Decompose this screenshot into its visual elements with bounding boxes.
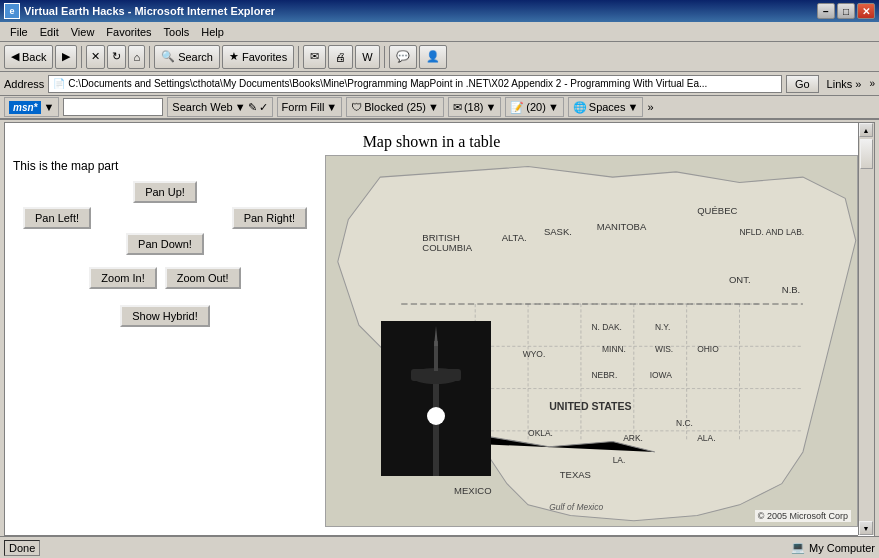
search-button[interactable]: 🔍 Search xyxy=(154,45,220,69)
pan-down-button[interactable]: Pan Down! xyxy=(126,233,204,255)
svg-text:ARK.: ARK. xyxy=(623,433,643,443)
home-button[interactable]: ⌂ xyxy=(128,45,145,69)
done-status: Done xyxy=(4,540,40,556)
discuss-button[interactable]: 💬 xyxy=(389,45,417,69)
mail-button[interactable]: ✉ xyxy=(303,45,326,69)
spaces-dropdown: ▼ xyxy=(548,101,559,113)
scroll-up-button[interactable]: ▲ xyxy=(859,123,873,137)
page-viewport: Map shown in a table This is the map par… xyxy=(5,123,858,535)
svg-point-34 xyxy=(427,407,445,425)
map-copyright: © 2005 Microsoft Corp xyxy=(755,510,851,522)
scrollbar-vertical[interactable]: ▲ ▼ xyxy=(858,123,874,535)
search-web-section[interactable]: Search Web ▼ ✎ ✓ xyxy=(167,97,272,117)
title-bar-left: e Virtual Earth Hacks - Microsoft Intern… xyxy=(4,3,275,19)
svg-text:COLUMBIA: COLUMBIA xyxy=(422,242,472,253)
blocked-section[interactable]: 🛡 Blocked (25) ▼ xyxy=(346,97,444,117)
spaces-label-section[interactable]: 🌐 Spaces ▼ xyxy=(568,97,644,117)
maximize-button[interactable]: □ xyxy=(837,3,855,19)
user-button[interactable]: 👤 xyxy=(419,45,447,69)
msn-more-icon: » xyxy=(647,101,653,113)
go-button[interactable]: Go xyxy=(786,75,819,93)
blocked-label: Blocked (25) xyxy=(364,101,426,113)
show-hybrid-button[interactable]: Show Hybrid! xyxy=(120,305,209,327)
address-bar: Address 📄 C:\Documents and Settings\ctho… xyxy=(0,72,879,96)
edit-button[interactable]: W xyxy=(355,45,379,69)
search-label: Search xyxy=(178,51,213,63)
spaces-section[interactable]: 📝 (20) ▼ xyxy=(505,97,563,117)
pan-lr-row: Pan Left! Pan Right! xyxy=(13,207,317,229)
svg-text:NFLD. AND LAB.: NFLD. AND LAB. xyxy=(740,227,805,237)
favorites-button[interactable]: ★ Favorites xyxy=(222,45,294,69)
favorites-label: Favorites xyxy=(242,51,287,63)
refresh-button[interactable]: ↻ xyxy=(107,45,126,69)
msn-search-input[interactable] xyxy=(63,98,163,116)
svg-text:UNITED STATES: UNITED STATES xyxy=(549,400,631,412)
scroll-thumb[interactable] xyxy=(860,139,873,169)
svg-text:N.B.: N.B. xyxy=(782,284,800,295)
svg-text:ALA.: ALA. xyxy=(697,433,715,443)
menu-favorites[interactable]: Favorites xyxy=(100,24,157,40)
pan-left-button[interactable]: Pan Left! xyxy=(23,207,91,229)
back-button[interactable]: ◀ Back xyxy=(4,45,53,69)
spaces-word-label: Spaces xyxy=(589,101,626,113)
menu-edit[interactable]: Edit xyxy=(34,24,65,40)
form-fill-section[interactable]: Form Fill ▼ xyxy=(277,97,343,117)
svg-text:N.Y.: N.Y. xyxy=(655,322,670,332)
svg-text:MINN.: MINN. xyxy=(602,344,626,354)
map-panel: BRITISH COLUMBIA ALTA. SASK. MANITOBA QU… xyxy=(325,155,858,527)
scroll-down-button[interactable]: ▼ xyxy=(859,521,873,535)
address-input[interactable]: 📄 C:\Documents and Settings\cthota\My Do… xyxy=(48,75,782,93)
zoom-in-button[interactable]: Zoom In! xyxy=(89,267,156,289)
home-icon: ⌂ xyxy=(133,51,140,63)
svg-text:N.C.: N.C. xyxy=(676,418,693,428)
svg-text:WYO.: WYO. xyxy=(523,349,546,359)
svg-text:NEBR.: NEBR. xyxy=(592,370,618,380)
back-label: Back xyxy=(22,51,46,63)
menu-tools[interactable]: Tools xyxy=(158,24,196,40)
address-label: Address xyxy=(4,78,44,90)
discuss-icon: 💬 xyxy=(396,50,410,63)
hybrid-row: Show Hybrid! xyxy=(13,305,317,327)
links-label[interactable]: Links » xyxy=(823,78,866,90)
computer-label: My Computer xyxy=(809,542,875,554)
stop-icon: ✕ xyxy=(91,50,100,63)
svg-text:LA.: LA. xyxy=(613,455,626,465)
title-bar: e Virtual Earth Hacks - Microsoft Intern… xyxy=(0,0,879,22)
pan-up-button[interactable]: Pan Up! xyxy=(133,181,197,203)
edit-icon: W xyxy=(362,51,372,63)
close-button[interactable]: ✕ xyxy=(857,3,875,19)
menu-view[interactable]: View xyxy=(65,24,101,40)
space-needle-image xyxy=(381,321,491,476)
zoom-out-button[interactable]: Zoom Out! xyxy=(165,267,241,289)
pan-right-button[interactable]: Pan Right! xyxy=(232,207,307,229)
toolbar: ◀ Back ▶ ✕ ↻ ⌂ 🔍 Search ★ Favorites ✉ xyxy=(0,42,879,72)
check-icon: ✓ xyxy=(259,101,268,114)
msn-logo-section: msn* ▼ xyxy=(4,97,59,117)
forward-icon: ▶ xyxy=(62,50,70,63)
search-icon: 🔍 xyxy=(161,50,175,63)
page-body: This is the map part Pan Up! Pan Left! P… xyxy=(5,155,858,527)
print-button[interactable]: 🖨 xyxy=(328,45,353,69)
mail-count-section[interactable]: ✉ (18) ▼ xyxy=(448,97,501,117)
search-web-label: Search Web xyxy=(172,101,232,113)
toolbar-separator-4 xyxy=(384,46,385,68)
minimize-button[interactable]: − xyxy=(817,3,835,19)
search-web-dropdown: ▼ xyxy=(235,101,246,113)
form-fill-label: Form Fill xyxy=(282,101,325,113)
msn-toolbar: msn* ▼ Search Web ▼ ✎ ✓ Form Fill ▼ 🛡 Bl… xyxy=(0,96,879,120)
forward-button[interactable]: ▶ xyxy=(55,45,77,69)
menu-file[interactable]: File xyxy=(4,24,34,40)
svg-text:ONT.: ONT. xyxy=(729,274,751,285)
browser-window: e Virtual Earth Hacks - Microsoft Intern… xyxy=(0,0,879,558)
menu-help[interactable]: Help xyxy=(195,24,230,40)
pencil-icon: ✎ xyxy=(248,101,257,114)
svg-text:Gulf of Mexico: Gulf of Mexico xyxy=(549,502,603,512)
svg-text:IOWA: IOWA xyxy=(650,370,673,380)
space-needle-svg xyxy=(381,321,491,476)
svg-text:TEXAS: TEXAS xyxy=(560,469,591,480)
stop-button[interactable]: ✕ xyxy=(86,45,105,69)
status-right: 💻 My Computer xyxy=(791,541,875,554)
zoom-row: Zoom In! Zoom Out! xyxy=(13,267,317,289)
msn-dropdown-icon: ▼ xyxy=(43,101,54,113)
address-value: C:\Documents and Settings\cthota\My Docu… xyxy=(68,78,707,89)
